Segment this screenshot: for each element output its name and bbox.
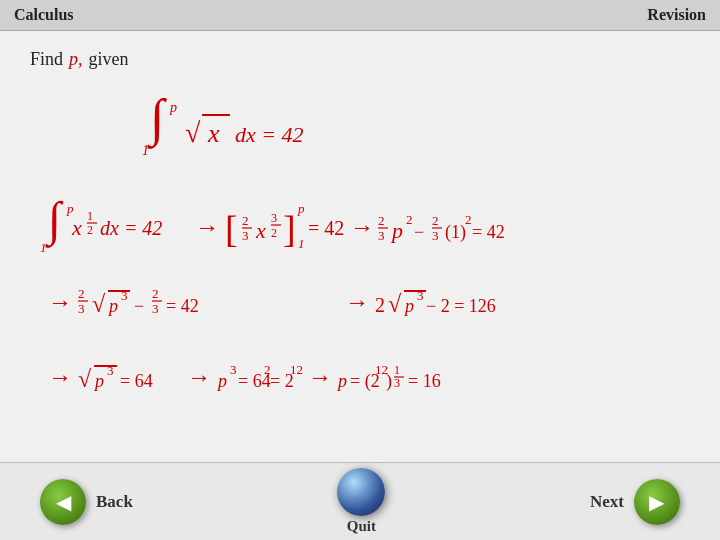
svg-text:3: 3: [432, 228, 439, 243]
svg-text:2: 2: [271, 226, 277, 240]
footer: Back Quit Next: [0, 462, 720, 540]
svg-text:√: √: [185, 117, 201, 148]
svg-text:x: x: [255, 218, 266, 243]
back-button[interactable]: Back: [40, 479, 133, 525]
svg-text:−: −: [134, 296, 144, 316]
next-circle-icon[interactable]: [634, 479, 680, 525]
svg-text:2: 2: [375, 294, 385, 316]
svg-text:p: p: [107, 296, 118, 316]
svg-text:2: 2: [242, 213, 249, 228]
svg-text:= 42: = 42: [308, 217, 344, 239]
svg-text:= 42: = 42: [166, 296, 199, 316]
svg-text:3: 3: [121, 288, 128, 303]
svg-text:∫: ∫: [45, 192, 64, 248]
svg-text:= 16: = 16: [408, 371, 441, 391]
svg-text:2: 2: [87, 223, 93, 237]
svg-text:3: 3: [242, 228, 249, 243]
svg-text:→: →: [48, 289, 72, 315]
svg-text:p: p: [216, 371, 227, 391]
svg-text:√: √: [388, 291, 402, 317]
svg-text:3: 3: [152, 301, 159, 316]
svg-text:p: p: [336, 371, 347, 391]
svg-text:p: p: [66, 201, 74, 216]
svg-text:2: 2: [465, 212, 472, 227]
next-label: Next: [590, 492, 624, 512]
svg-text:→: →: [187, 364, 211, 390]
svg-text:p: p: [297, 201, 305, 216]
svg-text:3: 3: [78, 301, 85, 316]
svg-text:dx = 42: dx = 42: [235, 122, 304, 147]
back-circle-icon[interactable]: [40, 479, 86, 525]
svg-text:→: →: [195, 214, 219, 240]
svg-text:12: 12: [290, 362, 303, 377]
svg-text:[: [: [225, 208, 238, 250]
svg-text:1: 1: [40, 240, 47, 255]
svg-text:= 42: = 42: [472, 222, 505, 242]
variable: p,: [69, 49, 83, 70]
svg-text:p: p: [403, 296, 414, 316]
svg-text:dx = 42: dx = 42: [100, 217, 162, 239]
svg-text:2: 2: [378, 213, 385, 228]
math-display: ∫ p 1 √ x dx = 42 ∫ p 1 x 1 2 dx = 42 → …: [30, 80, 690, 450]
svg-text:√: √: [78, 366, 92, 392]
svg-text:3: 3: [271, 211, 277, 225]
svg-text:1: 1: [142, 143, 149, 158]
svg-text:p: p: [93, 371, 104, 391]
svg-text:√: √: [92, 291, 106, 317]
svg-text:2: 2: [432, 213, 439, 228]
header-revision: Revision: [647, 6, 706, 24]
svg-text:→: →: [308, 364, 332, 390]
svg-text:2: 2: [78, 286, 85, 301]
svg-text:3: 3: [107, 363, 114, 378]
next-button[interactable]: Next: [590, 479, 680, 525]
svg-text:3: 3: [394, 376, 400, 390]
svg-text:x: x: [207, 119, 220, 148]
svg-text:(1): (1): [445, 222, 466, 243]
svg-text:2: 2: [406, 212, 413, 227]
header-title: Calculus: [14, 6, 74, 24]
quit-button[interactable]: Quit: [337, 468, 385, 535]
svg-text:1: 1: [394, 363, 400, 377]
svg-text:3: 3: [417, 288, 424, 303]
svg-text:]: ]: [283, 208, 296, 250]
quit-label: Quit: [347, 518, 376, 535]
find-label: Find: [30, 49, 63, 70]
back-label: Back: [96, 492, 133, 512]
svg-text:→: →: [350, 214, 374, 240]
svg-text:p: p: [390, 218, 403, 243]
svg-text:→: →: [48, 364, 72, 390]
svg-text:x: x: [71, 215, 82, 240]
svg-text:− 2 = 126: − 2 = 126: [426, 296, 496, 316]
given-label: given: [89, 49, 129, 70]
find-line: Find p, given: [30, 49, 690, 70]
svg-text:→: →: [345, 289, 369, 315]
svg-text:= 64: = 64: [120, 371, 153, 391]
svg-text:): ): [386, 371, 392, 392]
main-content: Find p, given ∫ p 1 √ x dx = 42 ∫ p 1 x …: [0, 31, 720, 464]
svg-text:1: 1: [87, 209, 93, 223]
header: Calculus Revision: [0, 0, 720, 31]
svg-text:∫: ∫: [147, 89, 167, 149]
quit-circle-icon[interactable]: [337, 468, 385, 516]
svg-text:−: −: [414, 222, 424, 242]
svg-text:p: p: [169, 100, 177, 115]
svg-text:1: 1: [298, 236, 305, 251]
svg-text:2: 2: [152, 286, 159, 301]
svg-text:3: 3: [230, 362, 237, 377]
svg-text:3: 3: [378, 228, 385, 243]
